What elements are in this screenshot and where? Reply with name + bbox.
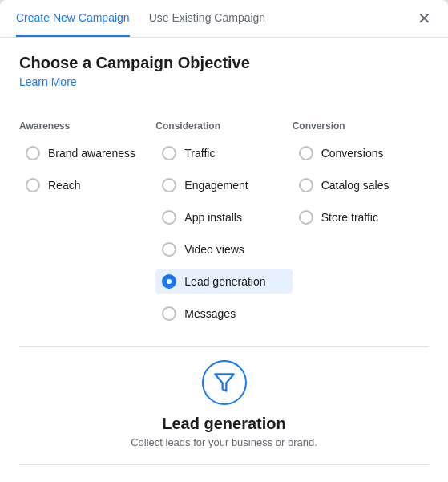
preview-title: Lead generation (162, 415, 285, 433)
option-traffic[interactable]: Traffic (155, 141, 292, 165)
option-brand-awareness[interactable]: Brand awareness (19, 141, 155, 165)
radio-video-views (162, 242, 176, 257)
radio-lead-generation (162, 274, 176, 289)
radio-traffic (162, 146, 176, 160)
modal-header: Create New Campaign Use Existing Campaig… (0, 0, 448, 38)
chevron-down-icon: ⌄ (417, 478, 429, 482)
preview-description: Collect leads for your business or brand… (131, 436, 317, 448)
page-title: Choose a Campaign Objective (19, 54, 429, 72)
option-store-traffic[interactable]: Store traffic (293, 205, 429, 229)
close-button[interactable]: ✕ (413, 7, 435, 30)
radio-conversions (299, 146, 313, 160)
radio-app-installs (162, 210, 176, 225)
option-label-traffic: Traffic (184, 147, 215, 160)
radio-reach (26, 178, 40, 192)
radio-store-traffic (299, 210, 313, 225)
option-label-catalog-sales: Catalog sales (321, 179, 389, 192)
awareness-header: Awareness (19, 120, 155, 132)
option-label-store-traffic: Store traffic (321, 211, 378, 224)
option-messages[interactable]: Messages (155, 302, 292, 326)
modal-dialog: Create New Campaign Use Existing Campaig… (0, 0, 448, 482)
conversion-column: Conversion Conversions Catalog sales Sto… (293, 120, 429, 334)
awareness-column: Awareness Brand awareness Reach (19, 120, 155, 334)
tab-use-existing[interactable]: Use Existing Campaign (149, 0, 266, 37)
option-lead-generation[interactable]: Lead generation (155, 269, 292, 294)
radio-engagement (162, 178, 176, 192)
option-label-brand-awareness: Brand awareness (48, 147, 135, 160)
objectives-grid: Awareness Brand awareness Reach Consider… (19, 120, 429, 334)
option-label-video-views: Video views (184, 243, 244, 256)
consideration-column: Consideration Traffic Engagement App ins… (155, 120, 292, 334)
option-engagement[interactable]: Engagement (155, 173, 292, 197)
option-reach[interactable]: Reach (19, 173, 155, 197)
option-app-installs[interactable]: App installs (155, 205, 292, 229)
svg-marker-0 (215, 375, 233, 391)
tab-create-new[interactable]: Create New Campaign (16, 0, 130, 37)
learn-more-link[interactable]: Learn More (19, 75, 77, 88)
option-label-lead-generation: Lead generation (184, 275, 265, 288)
option-label-messages: Messages (184, 307, 236, 320)
option-label-reach: Reach (48, 179, 80, 192)
radio-brand-awareness (26, 146, 40, 160)
consideration-header: Consideration (155, 120, 292, 132)
option-label-app-installs: App installs (184, 211, 242, 224)
option-conversions[interactable]: Conversions (293, 141, 429, 165)
conversion-header: Conversion (293, 120, 429, 132)
option-label-conversions: Conversions (321, 147, 384, 160)
name-campaign-row[interactable]: Name Your Campaign • Optional ⌄ (19, 465, 429, 482)
radio-messages (162, 306, 176, 321)
option-catalog-sales[interactable]: Catalog sales (293, 173, 429, 197)
option-video-views[interactable]: Video views (155, 237, 292, 261)
modal-body: Choose a Campaign Objective Learn More A… (0, 38, 448, 482)
preview-section: Lead generation Collect leads for your b… (19, 346, 429, 465)
radio-catalog-sales (299, 178, 313, 192)
lead-generation-icon (202, 360, 247, 405)
option-label-engagement: Engagement (184, 179, 248, 192)
